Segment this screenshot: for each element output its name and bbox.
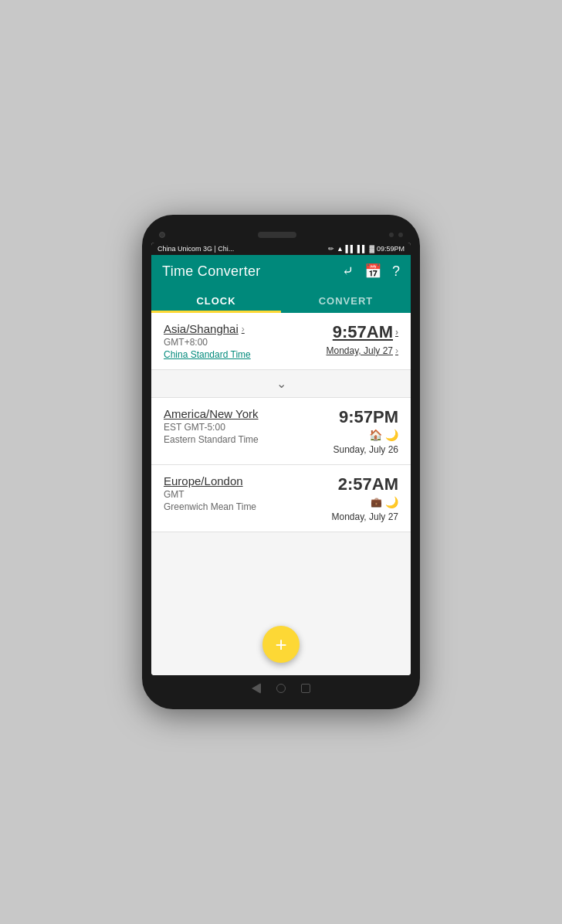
tz-gmt-london: GMT: [164, 489, 256, 500]
phone-bottom-hardware: [151, 681, 411, 695]
tz-right-london: 2:57AM 💼 🌙 Monday, July 27: [332, 474, 399, 522]
briefcase-icon: 💼: [371, 497, 382, 508]
tz-fullname-london: Greenwich Mean Time: [164, 501, 256, 512]
tz-name-london: Europe/London: [164, 474, 256, 487]
calendar-icon[interactable]: 📅: [364, 263, 381, 280]
moon-icon: 🌙: [385, 429, 398, 441]
tz-time-new-york: 9:57PM: [333, 407, 399, 427]
tz-fullname-shanghai: China Standard Time: [164, 349, 251, 360]
timezone-card-new-york[interactable]: America/New York EST GMT-5:00 Eastern St…: [151, 398, 411, 465]
tz-left-london: Europe/London GMT Greenwich Mean Time: [164, 474, 256, 512]
camera-dot: [159, 232, 165, 238]
tz-left-new-york: America/New York EST GMT-5:00 Eastern St…: [164, 407, 259, 445]
tz-icons-new-york: 🏠 🌙: [333, 429, 399, 441]
tz-left-shanghai: Asia/Shanghai › GMT+8:00 China Standard …: [164, 322, 251, 360]
time-arrow-icon: ›: [395, 327, 398, 338]
app-bar-icons: ⤶ 📅 ?: [342, 263, 400, 280]
tz-date-shanghai: Monday, July 27 ›: [327, 345, 399, 356]
phone-top-hardware: [151, 229, 411, 243]
add-button[interactable]: +: [262, 626, 300, 663]
tz-date-london: Monday, July 27: [332, 511, 399, 522]
back-button[interactable]: [252, 683, 261, 694]
help-icon[interactable]: ?: [392, 263, 400, 280]
app-title: Time Converter: [162, 263, 261, 280]
tz-name-shanghai: Asia/Shanghai ›: [164, 322, 251, 335]
content-area: Asia/Shanghai › GMT+8:00 China Standard …: [151, 313, 411, 675]
tz-right-new-york: 9:57PM 🏠 🌙 Sunday, July 26: [333, 407, 399, 455]
tz-time-london: 2:57AM: [332, 474, 399, 494]
moon-icon-london: 🌙: [385, 496, 398, 508]
tz-right-shanghai: 9:57AM › Monday, July 27 ›: [327, 322, 399, 356]
home-icon: 🏠: [369, 429, 382, 441]
tz-gmt-shanghai: GMT+8:00: [164, 337, 251, 348]
sensors: [389, 233, 403, 237]
app-bar: Time Converter ⤶ 📅 ?: [151, 255, 411, 287]
tz-gmt-new-york: EST GMT-5:00: [164, 422, 259, 433]
tz-time-shanghai: 9:57AM ›: [327, 322, 399, 342]
home-button[interactable]: [276, 684, 286, 693]
sensor-dot: [389, 233, 394, 237]
timezone-card-shanghai[interactable]: Asia/Shanghai › GMT+8:00 China Standard …: [151, 313, 411, 370]
time-display: 09:59PM: [377, 245, 405, 253]
tz-name-new-york: America/New York: [164, 407, 259, 420]
tab-bar: CLOCK CONVERT: [151, 287, 411, 313]
tz-date-new-york: Sunday, July 26: [333, 444, 399, 455]
phone-screen: China Unicom 3G | Chi... ✏ ▲ ▌▌ ▌▌ ▓ 09:…: [151, 243, 411, 675]
phone-frame: China Unicom 3G | Chi... ✏ ▲ ▌▌ ▌▌ ▓ 09:…: [142, 215, 420, 709]
share-icon[interactable]: ⤶: [342, 263, 354, 280]
tab-convert[interactable]: CONVERT: [281, 287, 411, 313]
tab-clock[interactable]: CLOCK: [151, 287, 281, 313]
status-bar: China Unicom 3G | Chi... ✏ ▲ ▌▌ ▌▌ ▓ 09:…: [151, 243, 411, 255]
tz-icons-london: 💼 🌙: [332, 496, 399, 508]
tz-fullname-new-york: Eastern Standard Time: [164, 434, 259, 445]
speaker-grill: [258, 232, 296, 238]
signal-icons: ✏ ▲ ▌▌ ▌▌: [328, 245, 367, 253]
date-arrow-icon: ›: [395, 345, 398, 356]
expand-row[interactable]: ⌄: [151, 370, 411, 398]
chevron-right-icon: ›: [242, 324, 245, 335]
battery-indicator: ▓: [369, 245, 374, 253]
chevron-down-icon: ⌄: [276, 377, 286, 390]
sensor-dot2: [398, 233, 403, 237]
carrier-text: China Unicom 3G | Chi...: [157, 245, 234, 253]
timezone-card-london[interactable]: Europe/London GMT Greenwich Mean Time 2:…: [151, 465, 411, 532]
recents-button[interactable]: [301, 684, 310, 693]
status-right: ✏ ▲ ▌▌ ▌▌ ▓ 09:59PM: [328, 245, 405, 253]
